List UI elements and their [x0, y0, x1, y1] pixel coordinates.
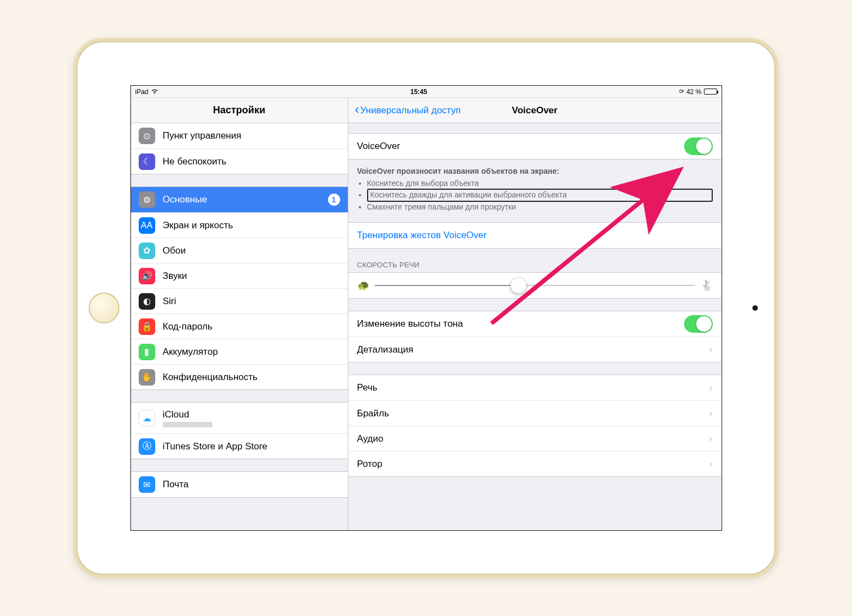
sidebar-item-label: Код-пароль: [163, 321, 213, 332]
sidebar-item[interactable]: ◐Siri: [131, 288, 348, 314]
detail-pane: ‹ Универсальный доступ VoiceOver VoiceOv…: [348, 98, 722, 530]
turtle-icon: 🐢: [357, 279, 369, 292]
home-button[interactable]: [89, 293, 119, 323]
chevron-right-icon: ›: [709, 433, 713, 444]
sidebar-item[interactable]: 🔒Код-пароль: [131, 314, 348, 339]
sidebar-item-label: iCloud: [163, 409, 212, 420]
app-icon: ⚙: [139, 191, 155, 208]
practice-label: Тренировка жестов VoiceOver: [357, 230, 487, 241]
speech-rate-slider[interactable]: 🐢 🐇: [348, 273, 722, 298]
desc-item: Коснитесь для выбора объекта: [367, 178, 713, 189]
clock: 15:45: [159, 88, 680, 96]
sidebar-title: Настройки: [131, 98, 348, 123]
app-icon: ◐: [139, 293, 155, 310]
pitch-label: Изменение высоты тона: [357, 318, 463, 329]
chevron-right-icon: ›: [709, 382, 713, 394]
app-icon: ☾: [139, 153, 155, 170]
settings-sidebar: Настройки ⊙Пункт управления☾Не беспокоит…: [131, 98, 348, 530]
app-icon: ✿: [139, 243, 155, 259]
sidebar-item[interactable]: ✿Обои: [131, 238, 348, 263]
desc-item: Смахните тремя пальцами для прокрутки: [367, 202, 713, 213]
voiceover-label: VoiceOver: [357, 141, 400, 152]
verbosity-label: Детализация: [357, 344, 414, 355]
wifi-icon: [151, 89, 159, 95]
app-icon: 🔊: [139, 268, 155, 284]
detail-header: ‹ Универсальный доступ VoiceOver: [348, 98, 722, 123]
pitch-toggle[interactable]: [684, 315, 713, 333]
slider-thumb[interactable]: [510, 277, 527, 294]
desc-item-focused: Коснитесь дважды для активации выбранног…: [367, 189, 713, 202]
detail-row-label: Брайль: [357, 408, 389, 419]
chevron-right-icon: ›: [709, 408, 713, 419]
sidebar-item[interactable]: ☁iCloud: [131, 403, 348, 433]
sidebar-item-label: Обои: [163, 245, 186, 256]
sidebar-item-label: Не беспокоить: [163, 156, 227, 167]
chevron-right-icon: ›: [709, 458, 713, 470]
battery-icon: [704, 89, 717, 95]
app-icon: ⊙: [139, 128, 155, 144]
sidebar-item[interactable]: ⒶiTunes Store и App Store: [131, 433, 348, 459]
back-label: Универсальный доступ: [361, 105, 461, 116]
sidebar-item[interactable]: ✋Конфиденциальность: [131, 364, 348, 389]
verbosity-row[interactable]: Детализация ›: [348, 337, 722, 362]
sidebar-item[interactable]: AAЭкран и яркость: [131, 212, 348, 238]
camera-dot: [752, 305, 758, 311]
detail-row-label: Речь: [357, 382, 378, 393]
sidebar-item[interactable]: ▮Аккумулятор: [131, 339, 348, 364]
sidebar-item-label: Звуки: [163, 271, 187, 281]
detail-nav-row[interactable]: Аудио›: [348, 426, 722, 451]
app-icon: ✋: [139, 369, 155, 386]
detail-row-label: Аудио: [357, 433, 384, 444]
device-label: iPad: [135, 88, 149, 96]
app-icon: ✉: [139, 476, 155, 493]
app-icon: AA: [139, 217, 155, 234]
detail-row-label: Ротор: [357, 459, 383, 470]
page-title: VoiceOver: [512, 105, 558, 116]
battery-text: 42 %: [686, 88, 701, 96]
sidebar-item-label: Экран и яркость: [163, 220, 233, 230]
detail-nav-row[interactable]: Брайль›: [348, 400, 722, 426]
account-sublabel: [163, 422, 212, 427]
voiceover-practice-row[interactable]: Тренировка жестов VoiceOver: [348, 223, 722, 248]
app-icon: Ⓐ: [139, 438, 155, 455]
sidebar-item-label: Siri: [163, 296, 177, 306]
chevron-right-icon: ›: [709, 344, 713, 355]
sidebar-item[interactable]: ☾Не беспокоить: [131, 148, 348, 174]
sidebar-item-label: Конфиденциальность: [163, 372, 258, 382]
rabbit-icon: 🐇: [701, 279, 713, 292]
status-bar: iPad 15:45 ⟳ 42 %: [131, 86, 722, 98]
notification-badge: 1: [328, 194, 340, 206]
app-icon: 🔒: [139, 318, 155, 335]
sidebar-item-label: Почта: [163, 479, 189, 490]
sidebar-item[interactable]: 🔊Звуки: [131, 263, 348, 288]
voiceover-toggle[interactable]: [684, 138, 713, 155]
app-icon: ▮: [139, 344, 155, 360]
sidebar-item-label: Основные: [163, 194, 207, 205]
ipad-frame: iPad 15:45 ⟳ 42 % Настройки ⊙Пункт управ…: [77, 41, 775, 575]
sidebar-item-label: Аккумулятор: [163, 346, 218, 357]
speed-section-label: СКОРОСТЬ РЕЧИ: [348, 249, 722, 272]
sidebar-item-label: iTunes Store и App Store: [163, 441, 267, 452]
detail-nav-row[interactable]: Речь›: [348, 375, 722, 400]
voiceover-description: VoiceOver произносит названия объектов н…: [348, 163, 722, 222]
voiceover-toggle-row[interactable]: VoiceOver: [348, 134, 722, 159]
detail-scroll[interactable]: VoiceOver VoiceOver произносит названия …: [348, 123, 722, 530]
app-icon: ☁: [139, 410, 155, 426]
back-button[interactable]: ‹ Универсальный доступ: [355, 105, 461, 116]
desc-title: VoiceOver произносит названия объектов н…: [357, 166, 713, 177]
sidebar-item[interactable]: ⚙Основные1: [131, 187, 348, 212]
sidebar-scroll[interactable]: ⊙Пункт управления☾Не беспокоить ⚙Основны…: [131, 123, 348, 530]
detail-nav-row[interactable]: Ротор›: [348, 451, 722, 476]
rotation-lock-icon: ⟳: [679, 88, 684, 95]
sidebar-item[interactable]: ⊙Пункт управления: [131, 123, 348, 148]
pitch-toggle-row[interactable]: Изменение высоты тона: [348, 311, 722, 337]
sidebar-item-label: Пункт управления: [163, 130, 242, 141]
screen: iPad 15:45 ⟳ 42 % Настройки ⊙Пункт управ…: [130, 85, 722, 531]
sidebar-item[interactable]: ✉Почта: [131, 472, 348, 497]
